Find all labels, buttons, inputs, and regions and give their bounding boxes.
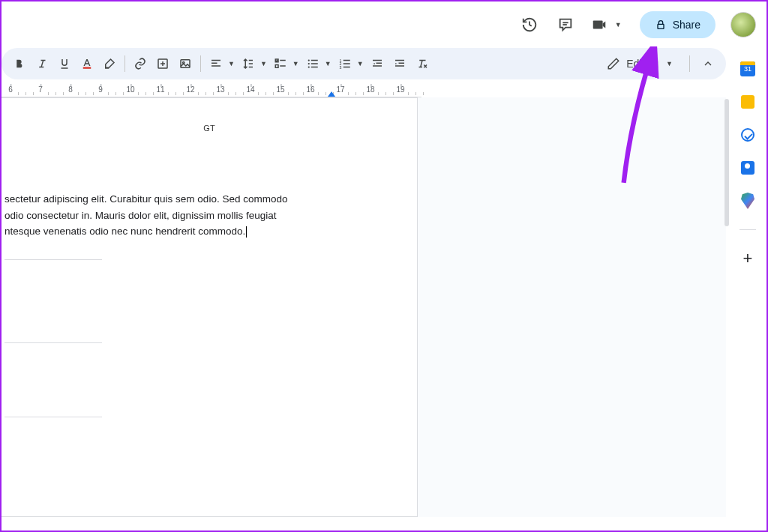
svg-rect-2 xyxy=(658,24,664,28)
italic-button[interactable] xyxy=(32,53,52,74)
svg-rect-34 xyxy=(395,60,404,61)
calendar-app-icon[interactable] xyxy=(740,61,755,76)
ruler[interactable]: 678910111213141516171819 xyxy=(2,84,726,97)
page-header[interactable]: GT xyxy=(2,98,417,139)
keep-app-icon[interactable] xyxy=(740,94,755,109)
svg-rect-35 xyxy=(398,63,404,64)
editing-mode-label: Editing xyxy=(626,58,658,70)
ruler-tick: 16 xyxy=(306,85,314,94)
svg-rect-20 xyxy=(311,60,318,61)
decrease-indent-button[interactable] xyxy=(367,53,388,74)
tasks-app-icon[interactable] xyxy=(740,127,755,142)
svg-rect-32 xyxy=(376,63,382,64)
ruler-tick: 15 xyxy=(276,85,284,94)
comments-button[interactable] xyxy=(550,10,580,40)
collapse-toolbar-button[interactable] xyxy=(698,53,718,74)
svg-rect-28 xyxy=(343,63,350,64)
text-color-button[interactable] xyxy=(76,53,98,74)
document-body[interactable]: sectetur adipiscing elit. Curabitur quis… xyxy=(2,139,417,240)
document-area: GT sectetur adipiscing elit. Curabitur q… xyxy=(2,97,726,517)
ruler-tick: 17 xyxy=(336,85,344,94)
ruler-tick: 11 xyxy=(156,85,164,94)
horizontal-rule xyxy=(4,342,102,343)
toolbar-divider xyxy=(200,55,201,72)
meet-button[interactable]: ▼ xyxy=(586,10,626,40)
ruler-margin-marker[interactable] xyxy=(328,91,335,97)
toolbar-divider xyxy=(689,55,690,72)
highlight-button[interactable] xyxy=(99,53,120,74)
ruler-tick: 7 xyxy=(38,85,43,94)
toolbar-divider xyxy=(124,55,125,72)
align-button[interactable]: ▼ xyxy=(206,53,236,74)
side-panel: + xyxy=(730,55,765,266)
svg-rect-10 xyxy=(212,63,218,64)
svg-rect-33 xyxy=(373,65,382,67)
svg-point-21 xyxy=(308,63,309,64)
svg-point-23 xyxy=(308,66,309,67)
svg-rect-26 xyxy=(343,60,350,61)
numbered-list-button[interactable]: 123▼ xyxy=(334,53,365,74)
lock-icon xyxy=(655,19,667,31)
checklist-button[interactable]: ▼ xyxy=(270,53,301,74)
underline-button[interactable] xyxy=(54,53,75,74)
share-label: Share xyxy=(673,19,700,31)
ruler-tick: 13 xyxy=(216,85,224,94)
ruler-tick: 12 xyxy=(186,85,194,94)
share-button[interactable]: Share xyxy=(640,11,716,38)
text-cursor xyxy=(246,226,247,238)
horizontal-rule xyxy=(4,259,102,260)
bulleted-list-button[interactable]: ▼ xyxy=(302,53,333,74)
horizontal-rule xyxy=(4,417,102,417)
svg-point-19 xyxy=(308,59,309,61)
editing-mode-button[interactable]: Editing ▼ xyxy=(599,52,682,75)
header-bar: ▼ Share xyxy=(2,1,766,48)
ruler-tick: 18 xyxy=(366,85,374,94)
editing-mode-caret: ▼ xyxy=(664,60,674,67)
insert-link-button[interactable] xyxy=(130,53,151,74)
svg-rect-17 xyxy=(275,65,278,68)
svg-rect-9 xyxy=(212,60,220,61)
scrollbar-thumb[interactable] xyxy=(724,99,729,226)
pencil-icon xyxy=(607,57,620,70)
svg-rect-22 xyxy=(311,63,318,64)
svg-rect-36 xyxy=(395,65,404,67)
svg-rect-31 xyxy=(373,60,382,61)
increase-indent-button[interactable] xyxy=(389,53,410,74)
side-panel-divider xyxy=(740,229,756,230)
contacts-app-icon[interactable] xyxy=(740,160,755,175)
history-button[interactable] xyxy=(514,10,544,40)
ruler-tick: 19 xyxy=(396,85,404,94)
account-avatar[interactable] xyxy=(730,12,756,37)
svg-text:3: 3 xyxy=(339,65,341,70)
svg-rect-7 xyxy=(181,60,190,68)
ruler-tick: 9 xyxy=(98,85,103,94)
meet-dropdown-caret[interactable]: ▼ xyxy=(614,21,623,28)
svg-rect-24 xyxy=(311,67,318,68)
toolbar: ▼ ▼ ▼ ▼ 123▼ Editing ▼ xyxy=(2,48,726,79)
ruler-tick: 14 xyxy=(246,85,254,94)
ruler-tick: 8 xyxy=(68,85,73,94)
ruler-tick: 6 xyxy=(8,85,13,94)
clear-formatting-button[interactable] xyxy=(412,53,433,74)
svg-rect-3 xyxy=(83,67,92,69)
document-page[interactable]: GT sectetur adipiscing elit. Curabitur q… xyxy=(2,97,418,517)
insert-image-button[interactable] xyxy=(175,53,196,74)
svg-rect-30 xyxy=(343,67,350,68)
line-spacing-button[interactable]: ▼ xyxy=(238,53,268,74)
maps-app-icon[interactable] xyxy=(740,193,755,208)
ruler-tick: 10 xyxy=(126,85,134,94)
bold-button[interactable] xyxy=(9,53,30,74)
svg-rect-11 xyxy=(212,65,220,67)
get-addons-button[interactable]: + xyxy=(740,251,755,266)
insert-comment-button[interactable] xyxy=(152,53,173,74)
